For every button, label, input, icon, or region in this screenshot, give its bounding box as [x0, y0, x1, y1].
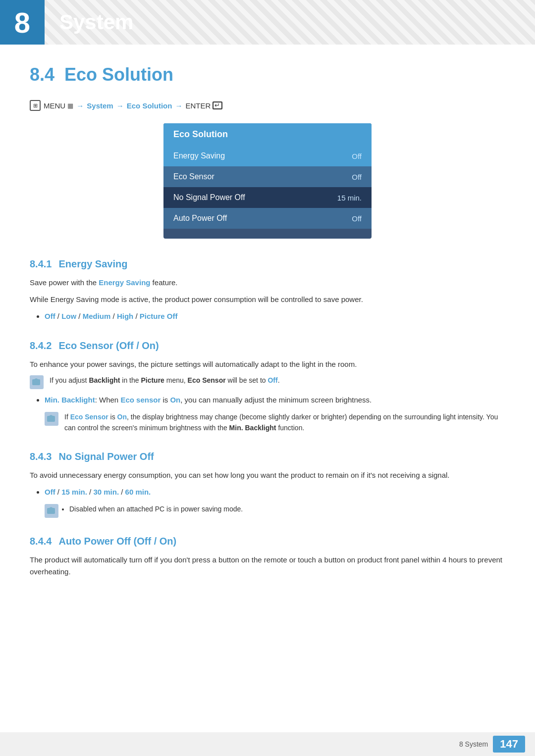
osd-item-value: Off	[352, 214, 362, 223]
svg-rect-4	[47, 508, 55, 514]
note-text-2: If Eco Sensor is On, the display brightn…	[64, 412, 505, 433]
subsection-842-number: 8.4.2	[30, 340, 52, 352]
subsection-842-para1: To enhance your power savings, the pictu…	[30, 358, 505, 370]
header-inner: 8 System	[0, 0, 133, 45]
header-strip: 8 System	[0, 0, 535, 45]
svg-rect-0	[32, 379, 40, 385]
osd-item-label: Eco Sensor	[173, 172, 214, 181]
subsection-841: 8.4.1 Energy Saving Save power with the …	[30, 258, 505, 322]
osd-item-label: Auto Power Off	[173, 214, 227, 223]
subsection-844-heading: 8.4.4 Auto Power Off (Off / On)	[30, 536, 505, 547]
section-heading: 8.4 Eco Solution	[30, 64, 505, 85]
subsection-844-title: Auto Power Off (Off / On)	[58, 536, 176, 547]
subsection-844: 8.4.4 Auto Power Off (Off / On) The prod…	[30, 536, 505, 578]
subsection-843-para1: To avoid unnecessary energy consumption,…	[30, 469, 505, 481]
subsection-841-para1: Save power with the Energy Saving featur…	[30, 277, 505, 289]
subsection-842: 8.4.2 Eco Sensor (Off / On) To enhance y…	[30, 340, 505, 433]
osd-item-eco-sensor[interactable]: Eco Sensor Off	[163, 166, 372, 187]
note-text-3: Disabled when an attached PC is in power…	[69, 504, 243, 515]
menu-icon: ⊞	[30, 100, 41, 111]
subsection-842-bullets: Min. Backlight: When Eco sensor is On, y…	[45, 394, 505, 406]
svg-marker-3	[49, 415, 53, 416]
chapter-number: 8	[14, 6, 30, 39]
note-box-3: Disabled when an attached PC is in power…	[45, 504, 505, 518]
subsection-842-title: Eco Sensor (Off / On)	[58, 340, 159, 352]
subsection-841-para2: While Energy Saving mode is active, the …	[30, 294, 505, 305]
subsection-841-number: 8.4.1	[30, 258, 52, 270]
chapter-number-box: 8	[0, 0, 45, 45]
system-link: System	[87, 101, 113, 110]
note-icon-1	[30, 375, 44, 389]
note-box-2: If Eco Sensor is On, the display brightn…	[45, 412, 505, 433]
note-text-1: If you adjust Backlight in the Picture m…	[50, 375, 280, 386]
menu-path: ⊞ MENU ▦ → System → Eco Solution → ENTER	[30, 100, 505, 111]
note-icon-2	[45, 412, 58, 426]
bullet-item: Off / Low / Medium / High / Picture Off	[45, 310, 505, 322]
osd-item-value: Off	[352, 152, 362, 160]
footer-page: 147	[493, 736, 525, 753]
osd-item-auto-power[interactable]: Auto Power Off Off	[163, 208, 372, 229]
subsection-844-para1: The product will automatically turn off …	[30, 554, 505, 578]
svg-marker-5	[49, 507, 53, 508]
enter-label: ENTER	[185, 101, 211, 110]
osd-item-label: Energy Saving	[173, 151, 225, 160]
enter-icon	[213, 101, 222, 109]
subsection-843-title: No Signal Power Off	[58, 451, 154, 462]
osd-item-no-signal[interactable]: No Signal Power Off 15 min.	[163, 187, 372, 208]
svg-rect-2	[47, 416, 55, 422]
bullet-item-timing: Off / 15 min. / 30 min. / 60 min.	[45, 486, 505, 498]
menu-label: MENU	[44, 101, 65, 110]
subsection-843-bullets: Off / 15 min. / 30 min. / 60 min.	[45, 486, 505, 498]
note-box-1: If you adjust Backlight in the Picture m…	[30, 375, 505, 389]
section-number: 8.4	[30, 64, 54, 85]
subsection-841-heading: 8.4.1 Energy Saving	[30, 258, 505, 270]
subsection-841-bullets: Off / Low / Medium / High / Picture Off	[45, 310, 505, 322]
subsection-843-heading: 8.4.3 No Signal Power Off	[30, 451, 505, 462]
subsection-844-number: 8.4.4	[30, 536, 52, 547]
subsection-841-title: Energy Saving	[58, 258, 127, 270]
section-title: Eco Solution	[64, 64, 173, 85]
osd-item-label: No Signal Power Off	[173, 193, 245, 202]
osd-panel: Eco Solution Energy Saving Off Eco Senso…	[163, 123, 372, 239]
chapter-title: System	[45, 10, 133, 34]
arrow-1: →	[76, 101, 84, 110]
footer-label: 8 System	[459, 740, 488, 748]
osd-item-value: Off	[352, 173, 362, 181]
footer: 8 System 147	[0, 732, 535, 756]
arrow-3: →	[175, 101, 182, 110]
osd-spacer	[163, 229, 372, 239]
osd-panel-title: Eco Solution	[163, 123, 372, 146]
subsection-843-number: 8.4.3	[30, 451, 52, 462]
eco-solution-link: Eco Solution	[127, 101, 172, 110]
note-icon-3	[45, 504, 58, 518]
osd-item-energy-saving[interactable]: Energy Saving Off	[163, 146, 372, 166]
main-content: 8.4 Eco Solution ⊞ MENU ▦ → System → Eco…	[0, 45, 535, 625]
subsection-843: 8.4.3 No Signal Power Off To avoid unnec…	[30, 451, 505, 518]
bullet-item-min-backlight: Min. Backlight: When Eco sensor is On, y…	[45, 394, 505, 406]
osd-item-value: 15 min.	[337, 194, 362, 202]
svg-marker-1	[34, 378, 38, 379]
arrow-2: →	[116, 101, 124, 110]
subsection-842-heading: 8.4.2 Eco Sensor (Off / On)	[30, 340, 505, 352]
